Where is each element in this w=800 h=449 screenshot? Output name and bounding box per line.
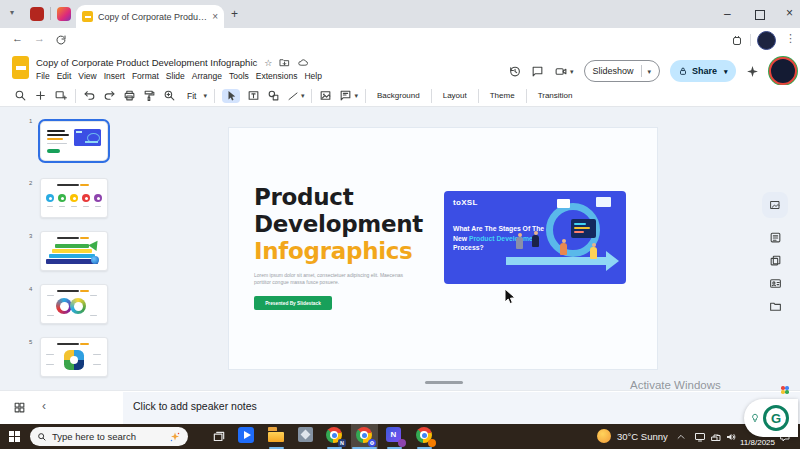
side-panel-top-button[interactable] (762, 192, 788, 218)
shapes-tool-icon[interactable] (267, 89, 280, 102)
slides-app-icon[interactable] (12, 56, 29, 79)
search-menus-icon[interactable] (14, 89, 27, 102)
tab-close-icon[interactable]: × (212, 11, 218, 22)
slide-credit-button[interactable]: Presented By Slidestack (254, 296, 332, 310)
move-folder-icon[interactable] (279, 57, 290, 68)
redo-icon[interactable] (103, 89, 116, 102)
slide-canvas[interactable]: Product Development Infographics Lorem i… (228, 127, 658, 370)
line-tool-icon[interactable] (287, 90, 299, 102)
line-caret-icon[interactable]: ▾ (301, 92, 305, 99)
slide-image[interactable]: toXSL What Are The Stages Of The New Pro… (444, 191, 626, 284)
new-slide-layout-icon[interactable] (54, 89, 68, 102)
undo-icon[interactable] (83, 89, 96, 102)
slide-title[interactable]: Product Development Infographics (254, 184, 423, 265)
side-panel-folder-button[interactable] (768, 299, 782, 313)
tray-expand-chevron-icon[interactable] (676, 432, 686, 442)
tray-network-icon[interactable] (710, 431, 722, 443)
gemini-sparkle-icon[interactable] (746, 65, 759, 78)
side-panel-pages-button[interactable] (768, 253, 782, 267)
side-panel-notes-button[interactable] (768, 230, 782, 244)
grid-view-icon[interactable] (13, 401, 26, 414)
taskbar-app-movies[interactable] (238, 427, 256, 445)
menu-format[interactable]: Format (132, 71, 159, 81)
taskbar-app-photos[interactable] (298, 427, 316, 445)
window-minimize-button[interactable]: – (724, 8, 731, 20)
slide-body-text[interactable]: Lorem ipsum dolor sit amet, consectetuer… (254, 272, 416, 286)
weather-text[interactable]: 30°C Sunny (617, 431, 668, 442)
slide-thumbnail-3[interactable] (40, 231, 108, 271)
forward-icon[interactable]: → (34, 32, 45, 44)
tray-monitor-icon[interactable] (694, 431, 706, 443)
taskbar-app-chrome-profile2[interactable] (416, 427, 434, 445)
side-panel-contacts-button[interactable] (768, 276, 782, 290)
menu-help[interactable]: Help (304, 71, 321, 81)
slideshow-caret-icon[interactable]: ▾ (648, 68, 652, 75)
note-card-icon (769, 231, 782, 244)
menu-file[interactable]: File (36, 71, 50, 81)
select-tool[interactable] (222, 89, 240, 103)
extensions-icon[interactable] (731, 33, 743, 51)
star-doc-icon[interactable]: ☆ (264, 58, 272, 68)
grammarly-widget[interactable]: G (744, 399, 798, 437)
refresh-icon[interactable] (55, 32, 67, 50)
comment-icon[interactable] (531, 65, 544, 78)
new-tab-button[interactable]: + (231, 8, 238, 20)
theme-button[interactable]: Theme (486, 91, 519, 100)
pinned-tab-favicon[interactable] (30, 7, 44, 21)
menu-edit[interactable]: Edit (57, 71, 72, 81)
slideshow-button[interactable]: Slideshow ▾ (584, 60, 661, 82)
start-button[interactable] (9, 431, 20, 442)
taskbar-app-chrome-profile1[interactable]: N (326, 427, 344, 445)
menu-view[interactable]: View (78, 71, 96, 81)
collapse-filmstrip-chevron-icon[interactable]: ‹ (42, 399, 46, 413)
zoom-icon[interactable] (163, 89, 176, 102)
slides-header: Copy of Corporate Product Development In… (0, 52, 800, 85)
insert-image-icon[interactable] (319, 89, 332, 102)
paint-format-icon[interactable] (143, 89, 156, 102)
print-icon[interactable] (123, 89, 136, 102)
active-tab[interactable]: Copy of Corporate Product Dev × (76, 5, 224, 28)
canvas-scrollbar[interactable] (425, 381, 463, 384)
extension-bubble-icon[interactable] (781, 386, 789, 394)
version-history-icon[interactable] (508, 65, 521, 78)
window-maximize-button[interactable] (755, 10, 765, 20)
taskbar-app-file-explorer[interactable] (268, 427, 286, 445)
slide-thumbnail-5[interactable] (40, 337, 108, 377)
menu-tools[interactable]: Tools (229, 71, 249, 81)
browser-menu-kebab-icon[interactable]: ⋮ (785, 32, 796, 45)
menu-slide[interactable]: Slide (166, 71, 185, 81)
task-view-icon[interactable] (212, 430, 226, 444)
share-caret-icon[interactable]: ▾ (724, 68, 728, 75)
transition-button[interactable]: Transition (534, 91, 577, 100)
slide-thumbnail-1[interactable] (40, 121, 108, 161)
meet-camera-icon[interactable] (554, 65, 568, 78)
meet-caret-icon[interactable]: ▾ (570, 68, 574, 75)
profile-avatar[interactable] (757, 31, 776, 50)
tab-search-chevron-icon[interactable]: ▾ (10, 8, 14, 17)
pinned-tab-favicon[interactable] (57, 7, 71, 21)
zoom-caret-icon[interactable]: ▾ (203, 92, 207, 99)
text-box-tool-icon[interactable] (247, 89, 260, 102)
taskbar-search-box[interactable]: Type here to search (30, 427, 188, 446)
new-slide-plus-icon[interactable] (34, 89, 47, 102)
menu-extensions[interactable]: Extensions (256, 71, 298, 81)
share-button[interactable]: Share ▾ (670, 60, 736, 82)
comment-caret-icon[interactable]: ▾ (354, 92, 358, 99)
doc-title[interactable]: Copy of Corporate Product Development In… (36, 57, 257, 68)
weather-icon[interactable] (597, 429, 611, 443)
menu-arrange[interactable]: Arrange (192, 71, 222, 81)
back-icon[interactable]: ← (12, 32, 23, 44)
insert-comment-icon[interactable] (339, 89, 352, 102)
layout-button[interactable]: Layout (439, 91, 471, 100)
background-button[interactable]: Background (373, 91, 424, 100)
cloud-status-icon[interactable] (297, 57, 309, 68)
slide-thumbnail-2[interactable] (40, 178, 108, 218)
zoom-level-select[interactable]: Fit (183, 91, 200, 101)
slide-thumbnail-4[interactable] (40, 284, 108, 324)
account-avatar[interactable] (769, 57, 797, 85)
window-close-button[interactable]: × (786, 7, 793, 19)
taskbar-app-remote[interactable]: N (386, 427, 404, 445)
taskbar-app-chrome-active[interactable]: ⚙ (356, 427, 374, 445)
speaker-notes-placeholder[interactable]: Click to add speaker notes (133, 400, 257, 412)
menu-insert[interactable]: Insert (104, 71, 125, 81)
